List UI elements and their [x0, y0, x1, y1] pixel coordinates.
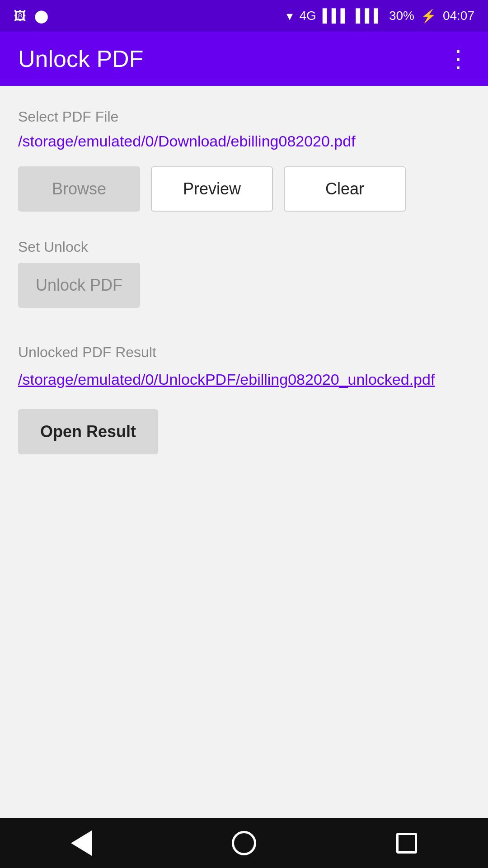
- signal-icon-2: ▌▌▌: [356, 9, 383, 23]
- browse-button[interactable]: Browse: [18, 166, 140, 212]
- photo-icon: 🖼: [14, 9, 26, 24]
- overflow-menu-icon[interactable]: ⋮: [446, 47, 470, 71]
- preview-button[interactable]: Preview: [151, 166, 273, 212]
- back-icon: [71, 830, 92, 856]
- result-file-path: /storage/emulated/0/UnlockPDF/ebilling08…: [18, 368, 470, 391]
- recents-icon: [396, 833, 417, 854]
- status-bar: 🖼 ⬤ ▾ 4G ▌▌▌ ▌▌▌ 30% ⚡ 04:07: [0, 0, 488, 32]
- result-label: Unlocked PDF Result: [18, 344, 470, 361]
- signal-icon: ▌▌▌: [323, 9, 350, 23]
- status-bar-left: 🖼 ⬤: [14, 9, 48, 24]
- network-type: 4G: [299, 9, 316, 23]
- wifi-icon: ▾: [286, 9, 293, 24]
- result-section: Unlocked PDF Result /storage/emulated/0/…: [18, 344, 470, 454]
- unlock-pdf-button[interactable]: Unlock PDF: [18, 263, 140, 308]
- clear-button[interactable]: Clear: [284, 166, 406, 212]
- battery-percent: 30%: [389, 9, 414, 23]
- unlock-section: Set Unlock Unlock PDF: [18, 239, 470, 335]
- clock: 04:07: [443, 9, 474, 23]
- navigation-bar: [0, 818, 488, 868]
- back-button[interactable]: [66, 827, 97, 859]
- app-bar: Unlock PDF ⋮: [0, 32, 488, 86]
- home-button[interactable]: [228, 827, 260, 859]
- open-result-button[interactable]: Open Result: [18, 409, 158, 454]
- main-content: Select PDF File /storage/emulated/0/Down…: [0, 86, 488, 818]
- battery-icon: ⚡: [421, 9, 436, 24]
- select-button-row: Browse Preview Clear: [18, 166, 470, 212]
- set-unlock-label: Set Unlock: [18, 239, 470, 255]
- status-bar-right: ▾ 4G ▌▌▌ ▌▌▌ 30% ⚡ 04:07: [286, 9, 474, 24]
- camera-icon: ⬤: [34, 9, 48, 24]
- recents-button[interactable]: [391, 827, 422, 859]
- select-pdf-label: Select PDF File: [18, 108, 470, 125]
- home-icon: [232, 831, 256, 855]
- app-title: Unlock PDF: [18, 45, 143, 72]
- selected-file-path: /storage/emulated/0/Download/ebilling082…: [18, 132, 470, 150]
